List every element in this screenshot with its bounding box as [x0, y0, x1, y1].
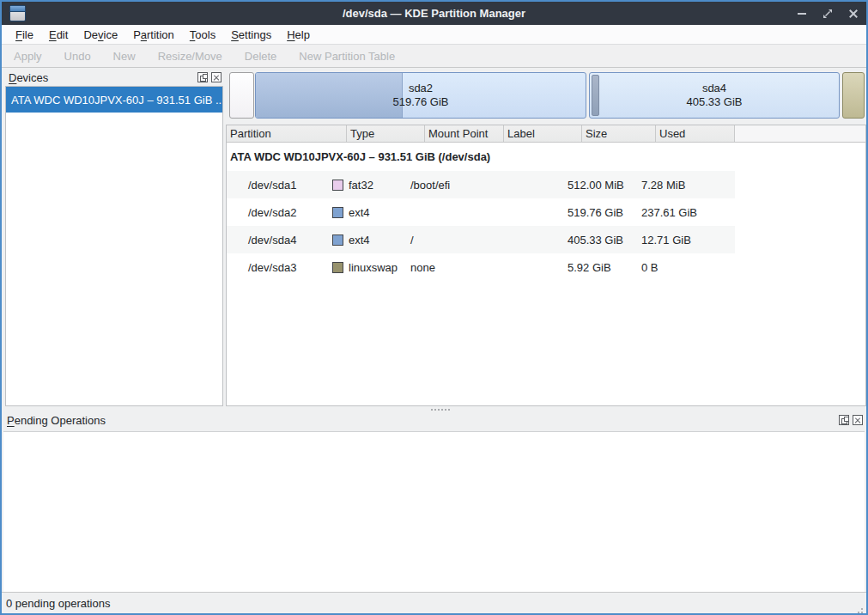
- cell-partition: /dev/sda3: [227, 261, 329, 274]
- table-row-sda4[interactable]: /dev/sda4 ext4 / 405.33 GiB 12.71 GiB: [227, 226, 735, 253]
- column-header-type[interactable]: Type: [347, 125, 425, 142]
- cell-mount-point: none: [407, 261, 486, 274]
- cell-size: 405.33 GiB: [564, 234, 638, 247]
- cell-used: 0 B: [638, 261, 717, 274]
- linuxswap-swatch: [332, 262, 343, 273]
- devices-list: ATA WDC WD10JPVX-60J – 931.51 GiB ...: [5, 86, 223, 406]
- devices-close-icon[interactable]: [211, 72, 222, 82]
- cell-mount-point: /: [407, 234, 486, 247]
- column-header-mount-point[interactable]: Mount Point: [425, 125, 504, 142]
- window-title: /dev/sda — KDE Partition Manager: [105, 2, 763, 25]
- new-partition-table-button[interactable]: New Partition Table: [299, 50, 395, 63]
- menu-tools[interactable]: Tools: [183, 27, 222, 43]
- menu-device[interactable]: Device: [76, 27, 124, 43]
- menu-file[interactable]: File: [9, 27, 40, 43]
- statusbar: 0 pending operations: [2, 592, 866, 613]
- cell-partition: /dev/sda2: [227, 206, 329, 219]
- pending-operations-list[interactable]: [3, 431, 865, 592]
- restore-icon[interactable]: [822, 8, 834, 20]
- cell-type: linuxswap: [329, 261, 407, 274]
- sda4-name-label: sda4: [702, 82, 726, 95]
- cell-used: 237.61 GiB: [638, 206, 717, 219]
- column-header-size[interactable]: Size: [582, 125, 656, 142]
- sda4-used-fill: [592, 75, 599, 116]
- column-header-label[interactable]: Label: [504, 125, 582, 142]
- devices-dock-header: Devices: [5, 70, 223, 86]
- splitter-handle-icon: [434, 409, 436, 411]
- pending-operations-header: Pending Operations: [3, 413, 865, 429]
- pending-close-icon[interactable]: [853, 415, 863, 425]
- cell-type: fat32: [329, 179, 407, 192]
- ext4-swatch: [332, 234, 343, 246]
- cell-size: 519.76 GiB: [564, 206, 638, 219]
- app-icon: [9, 5, 26, 21]
- apply-button[interactable]: Apply: [14, 50, 42, 63]
- titlebar[interactable]: /dev/sda — KDE Partition Manager: [2, 2, 866, 25]
- cell-size: 512.00 MiB: [564, 179, 638, 192]
- partition-block-sda4[interactable]: sda4 405.33 GiB: [589, 72, 840, 119]
- close-icon[interactable]: [847, 8, 859, 20]
- table-body: ATA WDC WD10JPVX-60J – 931.51 GiB (/dev/…: [227, 143, 865, 405]
- minimize-icon[interactable]: [796, 8, 808, 20]
- menu-edit[interactable]: Edit: [42, 27, 75, 43]
- status-text: 0 pending operations: [6, 597, 110, 610]
- table-row-sda1[interactable]: /dev/sda1 fat32 /boot/efi 512.00 MiB 7.2…: [227, 171, 735, 198]
- partition-table: Partition Type Mount Point Label Size Us…: [226, 125, 866, 406]
- ext4-swatch: [332, 207, 343, 218]
- device-group-row[interactable]: ATA WDC WD10JPVX-60J – 931.51 GiB (/dev/…: [227, 143, 865, 171]
- partition-block-sda2[interactable]: sda2 519.76 GiB: [255, 72, 586, 119]
- pending-float-icon[interactable]: [839, 415, 849, 425]
- table-row-sda3[interactable]: /dev/sda3 linuxswap none 5.92 GiB 0 B: [227, 253, 735, 281]
- menu-help[interactable]: Help: [280, 27, 317, 43]
- fat32-swatch: [332, 180, 343, 191]
- cell-type: ext4: [329, 206, 407, 219]
- column-header-partition[interactable]: Partition: [227, 125, 347, 142]
- kde-partition-manager-window: /dev/sda — KDE Partition Manager File Ed…: [0, 0, 868, 615]
- new-button[interactable]: New: [113, 50, 136, 63]
- column-header-filler: [735, 125, 865, 142]
- sda2-name-label: sda2: [409, 82, 433, 95]
- cell-used: 7.28 MiB: [638, 179, 717, 192]
- sda4-size-label: 405.33 GiB: [686, 95, 742, 109]
- resize-move-button[interactable]: Resize/Move: [158, 50, 222, 63]
- delete-button[interactable]: Delete: [245, 50, 277, 63]
- devices-dock-title: Devices: [9, 71, 48, 84]
- cell-size: 5.92 GiB: [564, 261, 638, 274]
- device-item-sda[interactable]: ATA WDC WD10JPVX-60J – 931.51 GiB ...: [6, 87, 222, 113]
- cell-used: 12.71 GiB: [638, 234, 717, 247]
- partition-block-sda3[interactable]: [842, 72, 865, 119]
- cell-partition: /dev/sda4: [227, 234, 329, 247]
- size-grip[interactable]: [853, 600, 866, 613]
- cell-partition: /dev/sda1: [227, 179, 329, 192]
- table-header: Partition Type Mount Point Label Size Us…: [227, 125, 865, 143]
- devices-float-icon[interactable]: [197, 72, 208, 82]
- menu-settings[interactable]: Settings: [224, 27, 278, 43]
- column-header-used[interactable]: Used: [656, 125, 735, 142]
- menubar: File Edit Device Partition Tools Setting…: [2, 25, 866, 45]
- toolbar: Apply Undo New Resize/Move Delete New Pa…: [2, 46, 866, 68]
- menu-partition[interactable]: Partition: [126, 27, 181, 43]
- undo-button[interactable]: Undo: [64, 50, 91, 63]
- cell-mount-point: /boot/efi: [407, 179, 486, 192]
- partition-block-sda1[interactable]: [229, 72, 254, 119]
- horizontal-splitter[interactable]: [2, 406, 866, 413]
- table-row-sda2[interactable]: /dev/sda2 ext4 519.76 GiB 237.61 GiB: [227, 198, 735, 226]
- pending-operations-title: Pending Operations: [7, 414, 106, 427]
- sda2-used-fill: [256, 73, 403, 118]
- sda2-size-label: 519.76 GiB: [392, 95, 448, 109]
- partition-bar: sda2 519.76 GiB sda4 405.33 GiB: [226, 68, 866, 123]
- cell-type: ext4: [329, 234, 407, 247]
